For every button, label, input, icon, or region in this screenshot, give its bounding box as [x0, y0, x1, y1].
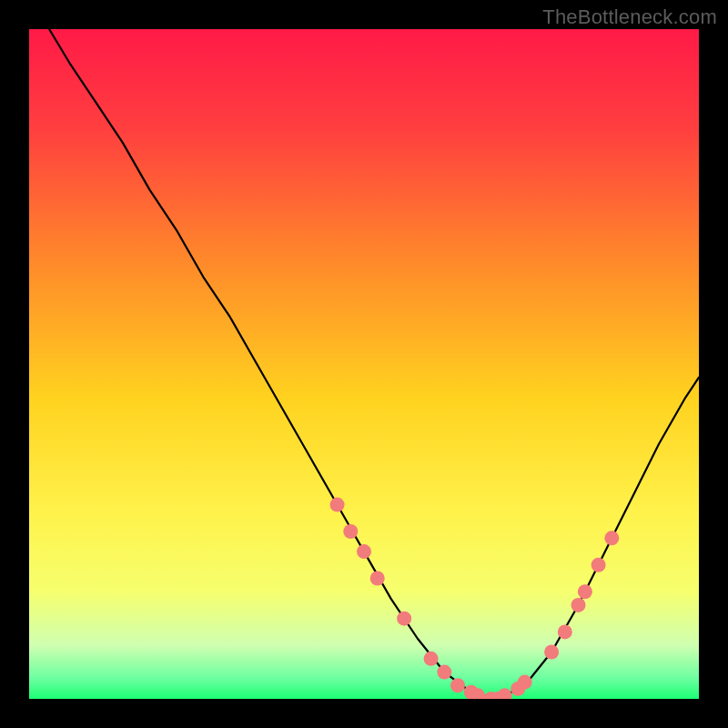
marker-dot	[370, 571, 385, 586]
marker-dot	[518, 675, 532, 690]
marker-dot	[450, 678, 465, 693]
plot-area	[29, 29, 699, 699]
marker-dot	[343, 524, 358, 539]
marker-dot	[544, 644, 559, 659]
chart-container: TheBottleneck.com	[0, 0, 728, 728]
marker-dot	[330, 498, 345, 512]
marker-dot	[437, 665, 451, 680]
marker-dot	[424, 652, 439, 666]
marker-dot	[397, 612, 411, 626]
marker-dot	[578, 584, 592, 599]
marker-dot	[592, 558, 606, 572]
marker-dot	[571, 598, 586, 612]
chart-svg	[29, 29, 699, 699]
gradient-background	[29, 29, 699, 699]
marker-dot	[357, 544, 371, 559]
marker-dot	[558, 624, 572, 639]
watermark: TheBottleneck.com	[542, 5, 717, 29]
marker-dot	[604, 531, 619, 545]
